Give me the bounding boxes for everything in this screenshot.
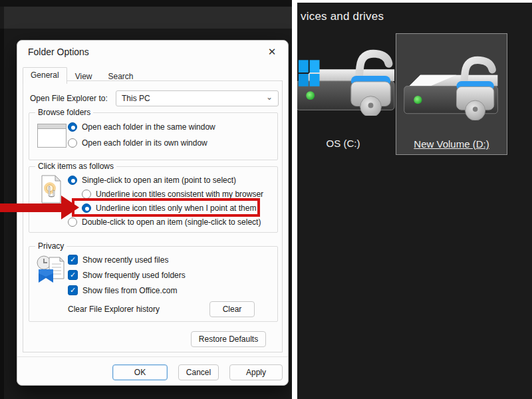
window-left-edge: [0, 29, 4, 399]
drive-tile-os-c[interactable]: OS (C:): [297, 33, 393, 155]
restore-defaults-button[interactable]: Restore Defaults: [191, 331, 266, 347]
drive-c-icon: [297, 36, 398, 116]
drive-led-icon: [306, 91, 315, 100]
history-document-icon: [36, 255, 66, 284]
drive-tile-new-volume-d[interactable]: New Volume (D:): [396, 33, 507, 155]
tab-search[interactable]: Search: [100, 68, 142, 84]
clear-history-label: Clear File Explorer history: [68, 305, 160, 314]
explorer-background: Folder Options ✕ General View Search Ope…: [0, 0, 292, 399]
annotation-highlight-box: [72, 198, 260, 217]
option-label: Open each folder in its own window: [82, 138, 207, 148]
group-legend: Click items as follows: [35, 162, 116, 171]
radio-unselected-icon[interactable]: [82, 190, 91, 199]
option-label: Open each folder in the same window: [82, 122, 215, 132]
option-double-click[interactable]: Double-click to open an item (single-cli…: [68, 217, 261, 227]
tab-view[interactable]: View: [67, 68, 100, 84]
drive-led-icon: [414, 96, 422, 104]
checkbox-checked-icon[interactable]: ✓: [68, 285, 78, 295]
panel-top-border: [297, 0, 532, 3]
browse-folders-group: Browse folders Open each folder in the s…: [29, 112, 278, 160]
open-to-dropdown[interactable]: This PC ⌄: [116, 90, 279, 106]
window-top-strip: [0, 0, 292, 7]
panel-divider: [292, 0, 297, 399]
dialog-title: Folder Options: [28, 47, 89, 57]
checkbox-label: Show frequently used folders: [82, 271, 186, 280]
open-file-explorer-row: Open File Explorer to: This PC ⌄: [30, 90, 273, 106]
group-legend: Browse folders: [35, 108, 93, 117]
option-label: Double-click to open an item (single-cli…: [82, 217, 261, 227]
dropdown-value: This PC: [122, 94, 150, 103]
radio-selected-icon[interactable]: [68, 122, 77, 132]
devices-and-drives-header: vices and drives: [301, 10, 384, 23]
checkbox-checked-icon[interactable]: ✓: [68, 255, 78, 265]
ok-button[interactable]: OK: [112, 364, 168, 380]
click-pointer-icon: [40, 175, 63, 204]
checkbox-office-files[interactable]: ✓ Show files from Office.com: [68, 285, 178, 295]
checkbox-recent-files[interactable]: ✓ Show recently used files: [68, 255, 168, 265]
cancel-button[interactable]: Cancel: [178, 364, 219, 380]
tab-general[interactable]: General: [23, 67, 67, 84]
window-titlebar: [4, 7, 292, 29]
apply-button[interactable]: Apply: [229, 364, 283, 380]
folder-window-icon: [37, 124, 66, 148]
open-to-label: Open File Explorer to:: [30, 94, 109, 103]
chevron-down-icon: ⌄: [266, 92, 273, 102]
checkbox-checked-icon[interactable]: ✓: [68, 270, 78, 280]
arrow-shaft: [0, 203, 61, 212]
drive-d-icon: [402, 42, 501, 120]
option-single-click[interactable]: Single-click to open an item (point to s…: [68, 175, 236, 185]
clear-button[interactable]: Clear: [209, 301, 255, 317]
radio-selected-icon[interactable]: [68, 176, 77, 185]
close-icon[interactable]: ✕: [265, 45, 279, 59]
folder-options-dialog: Folder Options ✕ General View Search Ope…: [17, 40, 289, 386]
drive-label[interactable]: New Volume (D:): [396, 138, 507, 150]
arrow-head: [61, 196, 79, 219]
drive-label[interactable]: OS (C:): [297, 138, 393, 149]
checkbox-label: Show files from Office.com: [82, 286, 178, 295]
tab-strip: General View Search: [23, 67, 142, 84]
drives-panel: vices and drives OS (C:): [297, 0, 532, 399]
group-legend: Privacy: [35, 241, 66, 251]
checkbox-label: Show recently used files: [82, 255, 168, 265]
option-same-window[interactable]: Open each folder in the same window: [68, 122, 215, 132]
checkbox-frequent-folders[interactable]: ✓ Show frequently used folders: [68, 270, 186, 280]
privacy-group: Privacy ✓ Show recently used files ✓ S: [29, 246, 278, 322]
option-own-window[interactable]: Open each folder in its own window: [68, 138, 207, 148]
footer-divider: [17, 356, 288, 357]
option-label: Underline icon titles consistent with my…: [96, 190, 263, 199]
unlocked-padlock-icon: [351, 53, 390, 116]
option-label: Single-click to open an item (point to s…: [82, 176, 236, 185]
option-underline-consistent[interactable]: Underline icon titles consistent with my…: [82, 189, 263, 199]
radio-unselected-icon[interactable]: [68, 138, 77, 148]
